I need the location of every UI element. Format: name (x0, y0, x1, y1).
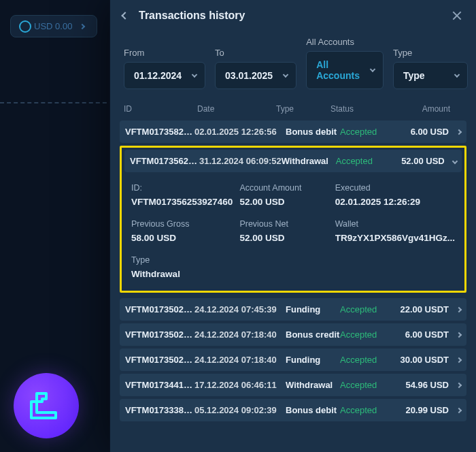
row-status: Accepted (340, 127, 389, 137)
table-row[interactable]: VFTM017356253... 31.12.2024 06:09:52 Wit… (124, 150, 462, 172)
row-type: Bonus debit (286, 127, 340, 137)
row-status: Accepted (336, 156, 385, 166)
balance-text: USD 0.00 (34, 21, 72, 31)
row-status: Accepted (340, 380, 389, 390)
detail-executed-label: Executed (335, 183, 455, 193)
table-row[interactable]: VFTM017358208... 02.01.2025 12:26:56 Bon… (120, 120, 466, 143)
transactions-panel: Transactions history From 01.12.2024 To … (109, 0, 476, 452)
row-type: Bonus debit (286, 405, 340, 415)
detail-account-amount-label: Account Amount (239, 183, 328, 193)
row-type: Withdrawal (286, 380, 340, 390)
table-row[interactable]: VFTM017344179... 17.12.2024 06:46:11 Wit… (120, 374, 466, 396)
col-type: Type (276, 104, 330, 114)
panel-title: Transactions history (139, 10, 445, 22)
row-amount: 20.99 USD (389, 405, 449, 415)
detail-previous-net-value: 52.00 USD (239, 233, 328, 243)
row-id: VFTM017350247... (125, 329, 194, 340)
chevron-down-icon (370, 67, 375, 72)
row-date: 02.01.2025 12:26:56 (194, 127, 286, 137)
chevron-right-icon (456, 129, 462, 134)
chevron-down-icon (192, 72, 197, 78)
expanded-row-block: VFTM017356253... 31.12.2024 06:09:52 Wit… (120, 146, 466, 293)
row-id: VFTM017350263... (125, 304, 194, 314)
row-amount: 6.00 USD (389, 127, 449, 137)
row-status: Accepted (340, 405, 389, 415)
to-label: To (215, 48, 296, 58)
detail-previous-net-label: Previous Net (239, 219, 328, 229)
detail-executed-value: 02.01.2025 12:26:29 (335, 197, 455, 207)
row-amount: 30.00 USDT (389, 355, 449, 365)
chevron-right-icon (456, 306, 462, 312)
accounts-value: All Accounts (316, 59, 360, 81)
type-label: Type (393, 48, 468, 58)
row-id: VFTM017333893... (125, 405, 194, 415)
detail-wallet-value: TR9zYX1PX586Vgv41HGz... (335, 233, 455, 243)
chevron-down-icon (454, 72, 460, 78)
type-value: Type (403, 70, 425, 81)
row-status: Accepted (340, 329, 389, 340)
detail-previous-gross-value: 58.00 USD (131, 233, 233, 243)
type-dropdown[interactable]: Type (393, 62, 468, 89)
row-type: Funding (286, 304, 340, 314)
row-date: 17.12.2024 06:46:11 (194, 380, 286, 390)
back-icon[interactable] (121, 12, 129, 19)
to-date-value: 03.01.2025 (225, 70, 273, 81)
close-icon[interactable] (452, 10, 462, 21)
col-id: ID (124, 104, 197, 114)
table-row[interactable]: VFTM017333893... 05.12.2024 09:02:39 Bon… (120, 399, 466, 421)
row-type: Bonus credit (286, 329, 340, 340)
to-date-dropdown[interactable]: 03.01.2025 (215, 62, 296, 89)
chevron-right-icon (456, 382, 462, 387)
detail-account-amount-value: 52.00 USD (239, 197, 328, 207)
row-id: VFTM017356253... (130, 156, 199, 166)
accounts-dropdown[interactable]: All Accounts (306, 51, 384, 89)
app-logo (14, 373, 79, 438)
col-amount: Amount (381, 104, 450, 114)
chevron-right-icon (456, 357, 462, 362)
row-date: 31.12.2024 06:09:52 (199, 156, 282, 166)
row-date: 24.12.2024 07:18:40 (194, 329, 286, 340)
chevron-right-icon (456, 407, 462, 413)
balance-pill[interactable]: USD 0.00 (10, 15, 97, 37)
accounts-label: All Accounts (306, 37, 384, 47)
chevron-down-icon (283, 72, 288, 78)
detail-wallet-label: Wallet (335, 219, 455, 229)
table-row[interactable]: VFTM017350247... 24.12.2024 07:18:40 Bon… (120, 323, 466, 346)
table-row[interactable]: VFTM017350247... 24.12.2024 07:18:40 Fun… (120, 349, 466, 371)
detail-id-label: ID: (131, 183, 233, 193)
row-date: 24.12.2024 07:45:39 (194, 304, 286, 314)
from-label: From (124, 48, 205, 58)
chevron-right-icon (456, 332, 462, 337)
row-type: Funding (286, 355, 340, 365)
from-date-value: 01.12.2024 (134, 70, 182, 81)
row-id: VFTM017350247... (125, 355, 194, 365)
col-date: Date (197, 104, 276, 114)
chevron-right-icon (80, 23, 85, 29)
detail-id-value: VFTM017356253927460 (131, 197, 233, 207)
row-date: 05.12.2024 09:02:39 (194, 405, 286, 415)
row-amount: 6.00 USDT (389, 329, 449, 340)
table-row[interactable]: VFTM017350263... 24.12.2024 07:45:39 Fun… (120, 298, 466, 321)
chevron-down-icon (452, 158, 457, 163)
from-date-dropdown[interactable]: 01.12.2024 (124, 62, 205, 89)
row-status: Accepted (340, 355, 389, 365)
col-status: Status (330, 104, 381, 114)
detail-type-value: Withdrawal (131, 269, 233, 279)
row-status: Accepted (340, 304, 389, 314)
row-id: VFTM017344179... (125, 380, 194, 390)
detail-type-label: Type (131, 255, 233, 265)
row-amount: 22.00 USDT (389, 304, 449, 314)
row-type: Withdrawal (282, 156, 336, 166)
row-id: VFTM017358208... (125, 127, 194, 137)
row-amount: 52.00 USD (385, 156, 445, 166)
row-amount: 54.96 USD (389, 380, 449, 390)
detail-previous-gross-label: Previous Gross (131, 219, 233, 229)
row-date: 24.12.2024 07:18:40 (194, 355, 286, 365)
